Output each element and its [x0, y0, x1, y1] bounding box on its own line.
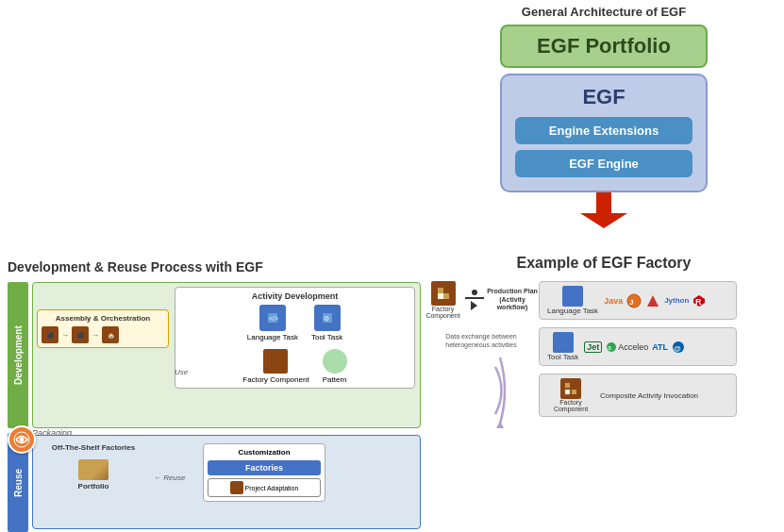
- svg-rect-3: [443, 293, 449, 299]
- dev-section: Development & Reuse Process with EGF Dev…: [8, 259, 423, 532]
- arch-section: General Architecture of EGF EGF Portfoli…: [434, 5, 774, 228]
- activity-dev-title: Activity Development: [179, 291, 410, 301]
- svg-rect-4: [438, 293, 443, 299]
- svg-text:a: a: [608, 344, 611, 351]
- activity-dev-box: Activity Development </> Language Task ⚙…: [175, 287, 415, 389]
- acceleo-icon: a Acceleo: [606, 341, 648, 353]
- tool-tech-icons: Jet a Acceleo ATL @: [584, 341, 685, 354]
- svg-rect-15: [565, 383, 570, 388]
- jython-icon: Jython: [664, 296, 689, 305]
- svg-text:⚙: ⚙: [324, 315, 329, 322]
- pattern-item: Pattern: [323, 349, 347, 384]
- svg-rect-0: [596, 192, 611, 213]
- factory-component-label: Factory Component: [425, 306, 462, 319]
- activity-dev-items: </> Language Task ⚙ Tool Task: [179, 305, 410, 341]
- asm-icon1: ⬛: [42, 326, 58, 343]
- language-task-icon: [562, 286, 583, 307]
- assembly-box: Assembly & Orchestration ⬛ → ⬛ → 🏠: [37, 309, 169, 348]
- production-plan-label: Production Plan(Activity workflow): [487, 288, 539, 311]
- factories-box: Factories: [208, 460, 321, 475]
- jet-icon: Jet: [584, 341, 602, 353]
- atl-logo-icon: @: [672, 341, 685, 354]
- pattern-icon: [323, 349, 347, 374]
- tool-task-item: ⚙ Tool Task: [311, 305, 342, 341]
- svg-marker-1: [580, 213, 627, 228]
- fc-pattern-row: Factory Component Pattern: [179, 349, 410, 384]
- factory-component-icon: [431, 281, 456, 306]
- factory-comp-icon2: [263, 349, 288, 374]
- tool-task-icon2: ⚙: [314, 305, 341, 331]
- dev-title: Development & Reuse Process with EGF: [8, 259, 423, 274]
- svg-rect-16: [572, 390, 576, 394]
- composite-activity-label: Composite Activity Invocation: [600, 391, 698, 400]
- project-adapt-box: Project Adaptation: [208, 478, 321, 497]
- svg-text:@: @: [674, 344, 681, 353]
- svg-text:J: J: [629, 298, 633, 307]
- svg-text:R: R: [695, 297, 702, 307]
- java-logo-icon: J: [626, 293, 642, 308]
- factory-section: Example of EGF Factory Factory Component: [429, 255, 778, 428]
- svg-marker-8: [647, 295, 659, 307]
- data-exchange-label: Data exchange betweenheterogeneous activ…: [434, 332, 528, 349]
- management-icon: [8, 425, 36, 454]
- tool-task-row: Tool Task Jet a Acceleo ATL @: [539, 327, 737, 366]
- lang-task-icon: </>: [259, 305, 286, 331]
- dev-diagram: Development Activity Development </> Lan…: [8, 282, 423, 532]
- portfolio-icon: [78, 459, 108, 480]
- language-task-label: Language Task: [547, 307, 598, 315]
- arch-down-arrow: [575, 192, 632, 228]
- asm-icon3: 🏠: [102, 326, 119, 343]
- data-exchange-arrows: [443, 353, 519, 428]
- asm-icon2: ⬛: [72, 326, 89, 343]
- off-shelf-box: Off-The-Shelf Factories Portfolio: [37, 443, 150, 490]
- language-task-item: </> Language Task: [247, 305, 298, 341]
- mountain-icon: [645, 293, 660, 308]
- factory-component-label2: Factory Component: [547, 399, 594, 412]
- factory-comp-item: Factory Component: [242, 349, 309, 384]
- dev-side-label: Development: [8, 282, 28, 428]
- egf-engine-btn: EGF Engine: [515, 150, 692, 177]
- language-tech-icons: Java J Jython R: [604, 293, 706, 308]
- engine-extensions-btn: Engine Extensions: [515, 117, 692, 144]
- factory-rows: Language Task Java J Jython R Tool Task …: [539, 281, 737, 417]
- svg-text:</>: </>: [269, 315, 278, 322]
- arch-title: General Architecture of EGF: [434, 5, 774, 19]
- tool-task-label: Tool Task: [547, 353, 578, 361]
- portfolio-item: Portfolio: [37, 456, 150, 490]
- egf-label: EGF: [515, 85, 692, 109]
- reuse-arrow-label: ← Reuse: [154, 474, 185, 482]
- dev-area: Activity Development </> Language Task ⚙…: [32, 282, 421, 428]
- factory-title: Example of EGF Factory: [429, 255, 778, 272]
- customization-box: Customization Factories Project Adaptati…: [203, 443, 325, 502]
- java-icon: Java: [604, 296, 623, 306]
- tool-task-icon: [553, 332, 574, 353]
- atl-icon: ATL: [652, 342, 668, 352]
- factory-left-panel: Factory Component Production Plan(Activi…: [429, 281, 533, 428]
- language-task-row: Language Task Java J Jython R: [539, 281, 737, 320]
- composite-activity-row: Factory Component Composite Activity Inv…: [539, 374, 737, 417]
- svg-point-23: [20, 438, 25, 442]
- egf-outer-box: EGF Engine Extensions EGF Engine: [500, 74, 708, 192]
- assembly-flow: ⬛ → ⬛ → 🏠: [42, 326, 164, 343]
- svg-rect-2: [438, 288, 443, 293]
- use-label: Use: [175, 368, 188, 376]
- svg-rect-17: [565, 390, 570, 394]
- egf-portfolio-box: EGF Portfolio: [500, 25, 708, 68]
- reuse-area: Off-The-Shelf Factories Portfolio ← Reus…: [32, 435, 421, 529]
- composite-icon: [560, 378, 581, 399]
- ruby-icon: R: [692, 294, 706, 308]
- svg-marker-5: [496, 421, 504, 428]
- pa-icon: [230, 481, 243, 494]
